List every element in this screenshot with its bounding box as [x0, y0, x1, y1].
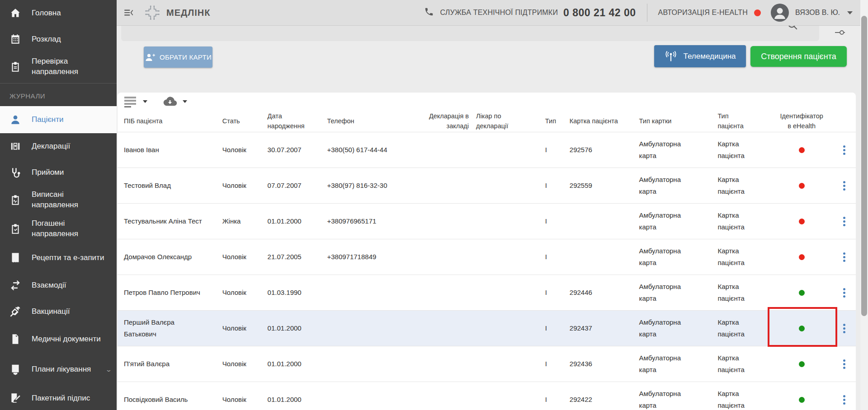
cloud-download-icon[interactable]	[163, 96, 177, 107]
sidebar-item-vaccinations[interactable]: Вакцинації	[0, 298, 117, 325]
cell-birth-date: 21.07.2005	[268, 251, 327, 263]
row-menu-kebab-icon[interactable]	[840, 251, 848, 264]
cell-phone: +380(97) 816-32-30	[327, 180, 410, 191]
cell-actions	[832, 286, 856, 299]
row-menu-kebab-icon[interactable]	[840, 179, 848, 192]
sidebar-item-issued-referrals[interactable]: Виписані направлення	[0, 186, 117, 214]
cell-patient-name: Тестовий Влад	[124, 180, 222, 191]
cell-patient-type: Картка пацієнта	[717, 317, 778, 340]
cell-patient-card: 292436	[570, 358, 639, 370]
sidebar-divider	[0, 83, 117, 84]
user-menu-caret-icon[interactable]	[847, 11, 853, 14]
cell-type: I	[545, 322, 570, 334]
cell-patient-name: Іванов Іван	[124, 144, 222, 156]
cell-ehealth-identifier	[778, 361, 832, 367]
column-header: Тип пацієнта	[717, 112, 778, 131]
table-row[interactable]: Петров Павло ПетровичЧоловік01.03.1990I2…	[118, 275, 856, 310]
cell-patient-card: 292446	[570, 287, 639, 298]
cell-gender: Чоловік	[222, 180, 268, 191]
table-row[interactable]: Перший Валєра БатьковичЧоловік01.01.2000…	[118, 310, 856, 346]
table-row[interactable]: Тестувальник Аліна ТестЖінка01.01.2000+3…	[118, 203, 856, 239]
cell-type: I	[545, 180, 570, 191]
cell-actions	[832, 251, 856, 264]
cell-birth-date: 01.03.1990	[268, 287, 327, 298]
user-name[interactable]: ВЯЗОВ В. Ю.	[795, 9, 840, 17]
cell-patient-type: Картка пацієнта	[717, 388, 778, 410]
create-patient-button[interactable]: Створення пацієнта	[750, 46, 847, 67]
column-header: Декларація в закладі	[410, 112, 476, 131]
cell-ehealth-identifier	[778, 290, 832, 296]
row-menu-kebab-icon[interactable]	[840, 215, 848, 228]
cell-patient-card: 292422	[570, 394, 639, 405]
cell-patient-name: Перший Валєра Батькович	[124, 317, 222, 340]
telemedicine-button[interactable]: Телемедицина	[654, 45, 746, 67]
sidebar-item-referral-check[interactable]: Перевірка направлення	[0, 52, 117, 81]
sidebar-item-interactions[interactable]: Взаємодії	[0, 272, 117, 298]
sidebar-item-medical-documents[interactable]: Медичні документи	[0, 325, 117, 354]
cell-actions	[832, 144, 856, 157]
document-sign-icon	[9, 392, 22, 405]
table-row[interactable]: П'ятий ВалєраЧоловік01.01.2000I292436Амб…	[118, 346, 856, 382]
sidebar-item-appointments[interactable]: Прийоми	[0, 159, 117, 186]
row-menu-kebab-icon[interactable]	[840, 322, 848, 335]
ehealth-status-dot	[799, 147, 805, 153]
clipboard-pulse-icon	[9, 194, 22, 206]
ehealth-status-dot	[799, 326, 805, 331]
cell-gender: Жінка	[222, 215, 268, 227]
ehealth-auth-button[interactable]: АВТОРИЗАЦІЯ E-HEALTH	[658, 9, 748, 17]
cell-type: I	[545, 358, 570, 370]
sidebar-item-patients[interactable]: Пацієнти	[0, 106, 117, 133]
table-row[interactable]: Іванов ІванЧоловік30.07.2007+380(50) 617…	[118, 132, 856, 168]
search-icon[interactable]	[787, 26, 798, 33]
cell-phone: +380971718849	[327, 251, 410, 263]
user-avatar[interactable]	[771, 4, 789, 22]
cell-type: I	[545, 394, 570, 405]
sidebar-item-schedule[interactable]: Розклад	[0, 26, 117, 52]
column-header: Ідентифікатор в eHealth	[778, 112, 832, 131]
cell-patient-card: 292437	[570, 322, 639, 334]
sidebar-item-redeemed-referrals[interactable]: Погашені направлення	[0, 214, 117, 243]
filter-tune-icon[interactable]	[833, 26, 847, 41]
row-menu-kebab-icon[interactable]	[840, 393, 848, 406]
cell-gender: Чоловік	[222, 394, 268, 405]
patient-search-input[interactable]: ПІБ пацієнта	[121, 26, 819, 41]
sidebar-item-batch-signing[interactable]: Пакетний підпис	[0, 385, 117, 410]
table-row[interactable]: Домрачов ОлександрЧоловік21.07.2005+3809…	[118, 239, 856, 275]
select-cards-button[interactable]: ОБРАТИ КАРТИ	[144, 47, 212, 68]
scrollbar-thumb[interactable]	[861, 16, 867, 316]
cell-actions	[832, 322, 856, 335]
sidebar: Головна Розклад Перевірка направлення ЖУ…	[0, 0, 117, 410]
density-caret-icon[interactable]	[143, 100, 147, 103]
column-header: Картка пацієнта	[570, 116, 639, 126]
person-add-icon	[145, 52, 156, 63]
row-menu-kebab-icon[interactable]	[840, 144, 848, 157]
menu-collapse-icon[interactable]	[123, 7, 135, 19]
row-density-icon[interactable]	[124, 96, 137, 107]
row-menu-kebab-icon[interactable]	[840, 286, 848, 299]
cell-patient-card: 292576	[570, 144, 639, 156]
cell-patient-type: Картка пацієнта	[717, 210, 778, 233]
swap-arrows-icon	[9, 279, 22, 292]
sidebar-item-prescriptions[interactable]: Рецепти та е-запити	[0, 243, 117, 272]
table-row[interactable]: Посвідковий ВасильЧоловік01.01.2000I2924…	[118, 382, 856, 410]
ehealth-status-dot	[799, 219, 805, 224]
cell-card-type: Амбулаторна карта	[639, 174, 718, 198]
patients-table: ПІБ пацієнтаСтатьДата народженняТелефонД…	[118, 93, 856, 410]
cell-card-type: Амбулаторна карта	[639, 281, 718, 305]
row-menu-kebab-icon[interactable]	[840, 358, 848, 371]
support-label: СЛУЖБА ТЕХНІЧНОЇ ПІДТРИМКИ	[440, 9, 558, 17]
sidebar-item-declarations[interactable]: Декларації	[0, 133, 117, 159]
cell-patient-type: Картка пацієнта	[717, 245, 778, 269]
ehealth-status-dot	[799, 361, 805, 367]
ehealth-status-dot	[799, 397, 805, 403]
download-caret-icon[interactable]	[183, 100, 187, 103]
clipboard-list-icon	[9, 61, 22, 73]
scrollbar[interactable]	[860, 0, 868, 410]
sidebar-item-home[interactable]: Головна	[0, 0, 117, 26]
table-row[interactable]: Тестовий ВладЧоловік07.07.2007+380(97) 8…	[118, 168, 856, 203]
home-icon	[9, 7, 22, 19]
medlink-logo	[144, 4, 161, 21]
sidebar-item-treatment-plans[interactable]: Плани лікування ⌄	[0, 354, 117, 385]
cell-gender: Чоловік	[222, 358, 268, 370]
ehealth-status-dot	[799, 290, 805, 296]
